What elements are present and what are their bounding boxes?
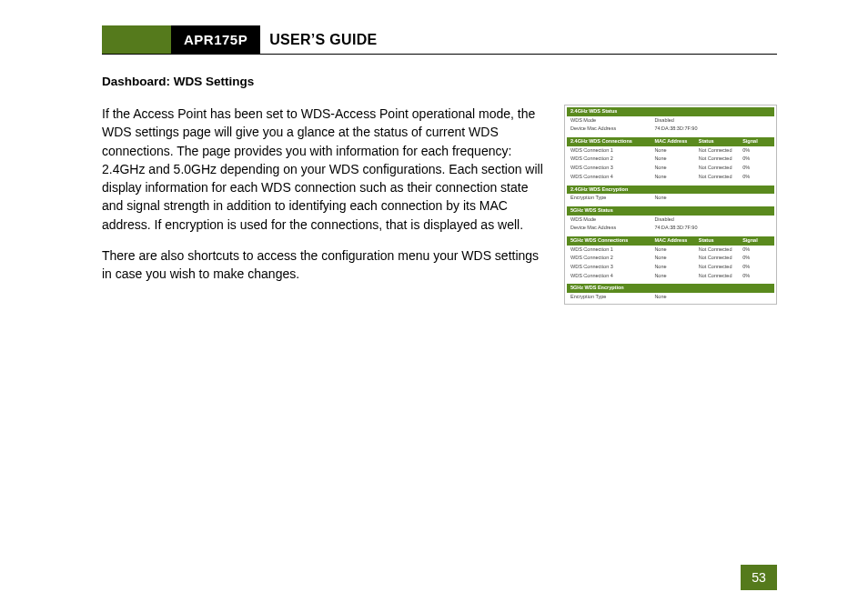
document-title: USER’S GUIDE bbox=[260, 25, 377, 54]
panel-cell: WDS Connection 1 bbox=[570, 246, 654, 254]
panel-label: WDS Mode bbox=[570, 117, 654, 125]
panel-label: WDS Mode bbox=[570, 216, 654, 224]
panel-row: WDS Mode Disabled bbox=[567, 116, 774, 125]
panel-row: WDS Connection 1 None Not Connected 0% bbox=[567, 146, 774, 156]
panel-cell: Not Connected bbox=[699, 264, 742, 271]
panel-section-title: 5GHz WDS Status bbox=[570, 207, 771, 215]
panel-cell: WDS Connection 2 bbox=[570, 255, 654, 262]
panel-cell: Not Connected bbox=[699, 156, 742, 163]
panel-cell: None bbox=[654, 174, 698, 181]
panel-cell: WDS Connection 4 bbox=[570, 174, 654, 181]
panel-section-header: 5GHz WDS Connections MAC Address Status … bbox=[567, 236, 774, 246]
panel-row: WDS Connection 3 None Not Connected 0% bbox=[567, 263, 774, 272]
product-model: APR175P bbox=[171, 25, 260, 54]
panel-cell: Not Connected bbox=[699, 246, 742, 254]
panel-col-header: Signal bbox=[742, 237, 771, 245]
panel-cell: 0% bbox=[742, 264, 771, 271]
panel-value: Disabled bbox=[654, 216, 698, 224]
panel-value: 74:DA:38:3D:7F:90 bbox=[654, 225, 698, 232]
paragraph: There are also shortcuts to access the c… bbox=[102, 246, 548, 284]
panel-col-header: MAC Address bbox=[654, 237, 698, 245]
panel-cell: Not Connected bbox=[699, 255, 742, 262]
panel-section-title: 2.4GHz WDS Connections bbox=[570, 138, 654, 145]
panel-row: WDS Mode Disabled bbox=[567, 216, 774, 225]
panel-row: WDS Connection 3 None Not Connected 0% bbox=[567, 164, 774, 173]
panel-row: Encryption Type None bbox=[567, 293, 774, 302]
panel-section-header: 2.4GHz WDS Connections MAC Address Statu… bbox=[567, 137, 774, 146]
panel-label: Device Mac Address bbox=[570, 125, 654, 133]
panel-cell: 0% bbox=[742, 246, 771, 254]
panel-col-header: MAC Address bbox=[654, 138, 698, 145]
panel-cell: Not Connected bbox=[699, 165, 742, 172]
panel-cell: 0% bbox=[742, 165, 771, 172]
panel-cell: None bbox=[654, 255, 698, 262]
panel-cell: WDS Connection 3 bbox=[570, 264, 654, 271]
panel-cell: 0% bbox=[742, 156, 771, 163]
paragraph: If the Access Point has been set to WDS-… bbox=[102, 105, 548, 234]
panel-cell: WDS Connection 4 bbox=[570, 273, 654, 280]
panel-value: None bbox=[654, 294, 698, 301]
panel-section-header: 2.4GHz WDS Encryption bbox=[567, 186, 774, 195]
panel-cell: None bbox=[654, 156, 698, 163]
panel-section-header: 5GHz WDS Encryption bbox=[567, 284, 774, 293]
panel-section-title: 5GHz WDS Encryption bbox=[570, 285, 771, 292]
panel-cell: WDS Connection 2 bbox=[570, 156, 654, 163]
panel-cell: None bbox=[654, 273, 698, 280]
panel-col-header: Status bbox=[699, 138, 742, 145]
panel-row: WDS Connection 4 None Not Connected 0% bbox=[567, 272, 774, 281]
panel-row: WDS Connection 1 None Not Connected 0% bbox=[567, 246, 774, 255]
header-accent-block bbox=[102, 25, 171, 54]
panel-cell: 0% bbox=[742, 255, 771, 262]
panel-label: Device Mac Address bbox=[570, 225, 654, 232]
panel-cell: Not Connected bbox=[699, 147, 742, 155]
panel-section-header: 2.4GHz WDS Status bbox=[567, 107, 774, 116]
panel-row: Device Mac Address 74:DA:38:3D:7F:90 bbox=[567, 125, 774, 134]
body-text: If the Access Point has been set to WDS-… bbox=[102, 105, 548, 296]
panel-row: WDS Connection 2 None Not Connected 0% bbox=[567, 254, 774, 263]
panel-cell: WDS Connection 1 bbox=[570, 147, 654, 155]
panel-cell: Not Connected bbox=[699, 174, 742, 181]
panel-cell: Not Connected bbox=[699, 273, 742, 280]
panel-row: Encryption Type None bbox=[567, 194, 774, 203]
panel-col-header: Signal bbox=[742, 138, 771, 145]
panel-cell: None bbox=[654, 165, 698, 172]
section-heading: Dashboard: WDS Settings bbox=[102, 75, 777, 88]
panel-label: Encryption Type bbox=[570, 294, 654, 301]
page-header: APR175P USER’S GUIDE bbox=[102, 25, 777, 55]
panel-row: WDS Connection 2 None Not Connected 0% bbox=[567, 155, 774, 164]
panel-cell: None bbox=[654, 147, 698, 155]
panel-cell: 0% bbox=[742, 174, 771, 181]
panel-value: Disabled bbox=[654, 117, 698, 125]
panel-row: Device Mac Address 74:DA:38:3D:7F:90 bbox=[567, 224, 774, 233]
wds-settings-screenshot: 2.4GHz WDS Status WDS Mode Disabled Devi… bbox=[564, 105, 777, 305]
panel-section-title: 5GHz WDS Connections bbox=[570, 237, 654, 245]
panel-section-header: 5GHz WDS Status bbox=[567, 206, 774, 216]
panel-cell: None bbox=[654, 264, 698, 271]
panel-row: WDS Connection 4 None Not Connected 0% bbox=[567, 173, 774, 182]
panel-cell: 0% bbox=[742, 273, 771, 280]
panel-cell: 0% bbox=[742, 147, 771, 155]
panel-section-title: 2.4GHz WDS Status bbox=[570, 108, 771, 115]
panel-section-title: 2.4GHz WDS Encryption bbox=[570, 186, 771, 194]
panel-cell: WDS Connection 3 bbox=[570, 165, 654, 172]
panel-value: None bbox=[654, 195, 698, 202]
panel-value: 74:DA:38:3D:7F:90 bbox=[654, 125, 698, 133]
panel-cell: None bbox=[654, 246, 698, 254]
panel-col-header: Status bbox=[699, 237, 742, 245]
panel-label: Encryption Type bbox=[570, 195, 654, 202]
page-number: 53 bbox=[741, 565, 777, 590]
